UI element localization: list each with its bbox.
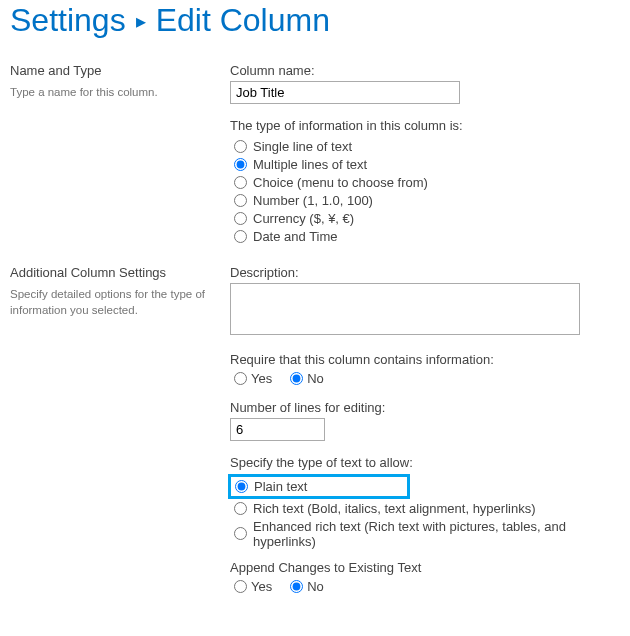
additional-desc: Specify detailed options for the type of… [10, 286, 214, 318]
type-multi-label[interactable]: Multiple lines of text [253, 157, 367, 172]
breadcrumb-current: Edit Column [156, 2, 330, 39]
type-currency-label[interactable]: Currency ($, ¥, €) [253, 211, 354, 226]
texttype-plain-radio[interactable] [235, 480, 248, 493]
append-no-label[interactable]: No [307, 579, 324, 594]
type-datetime-radio[interactable] [234, 230, 247, 243]
texttype-enhanced-radio[interactable] [234, 527, 247, 540]
section-additional-settings: Additional Column Settings Specify detai… [10, 265, 620, 594]
name-type-desc: Type a name for this column. [10, 84, 214, 100]
require-yes-label[interactable]: Yes [251, 371, 272, 386]
append-no-radio[interactable] [290, 580, 303, 593]
plain-text-highlight: Plain text [228, 474, 410, 499]
column-name-input[interactable] [230, 81, 460, 104]
type-info-label: The type of information in this column i… [230, 118, 620, 133]
type-choice-radio[interactable] [234, 176, 247, 189]
type-number-label[interactable]: Number (1, 1.0, 100) [253, 193, 373, 208]
type-multi-radio[interactable] [234, 158, 247, 171]
append-yes-radio[interactable] [234, 580, 247, 593]
texttype-rich-label[interactable]: Rich text (Bold, italics, text alignment… [253, 501, 536, 516]
breadcrumb: Settings ▸ Edit Column [10, 2, 620, 39]
description-label: Description: [230, 265, 620, 280]
section-name-and-type: Name and Type Type a name for this colum… [10, 63, 620, 245]
type-single-radio[interactable] [234, 140, 247, 153]
numlines-label: Number of lines for editing: [230, 400, 620, 415]
require-label: Require that this column contains inform… [230, 352, 620, 367]
require-no-radio[interactable] [290, 372, 303, 385]
texttype-plain-label[interactable]: Plain text [254, 479, 307, 494]
breadcrumb-settings-link[interactable]: Settings [10, 2, 126, 39]
require-no-label[interactable]: No [307, 371, 324, 386]
type-number-radio[interactable] [234, 194, 247, 207]
texttype-rich-radio[interactable] [234, 502, 247, 515]
additional-heading: Additional Column Settings [10, 265, 214, 280]
chevron-right-icon: ▸ [136, 9, 146, 33]
numlines-input[interactable] [230, 418, 325, 441]
texttype-label: Specify the type of text to allow: [230, 455, 620, 470]
require-yes-radio[interactable] [234, 372, 247, 385]
type-choice-label[interactable]: Choice (menu to choose from) [253, 175, 428, 190]
texttype-enhanced-label[interactable]: Enhanced rich text (Rich text with pictu… [253, 519, 620, 549]
column-name-label: Column name: [230, 63, 620, 78]
name-type-heading: Name and Type [10, 63, 214, 78]
append-label: Append Changes to Existing Text [230, 560, 620, 575]
description-textarea[interactable] [230, 283, 580, 335]
type-currency-radio[interactable] [234, 212, 247, 225]
type-single-label[interactable]: Single line of text [253, 139, 352, 154]
type-radio-list: Single line of text Multiple lines of te… [230, 137, 620, 245]
type-datetime-label[interactable]: Date and Time [253, 229, 338, 244]
append-yes-label[interactable]: Yes [251, 579, 272, 594]
